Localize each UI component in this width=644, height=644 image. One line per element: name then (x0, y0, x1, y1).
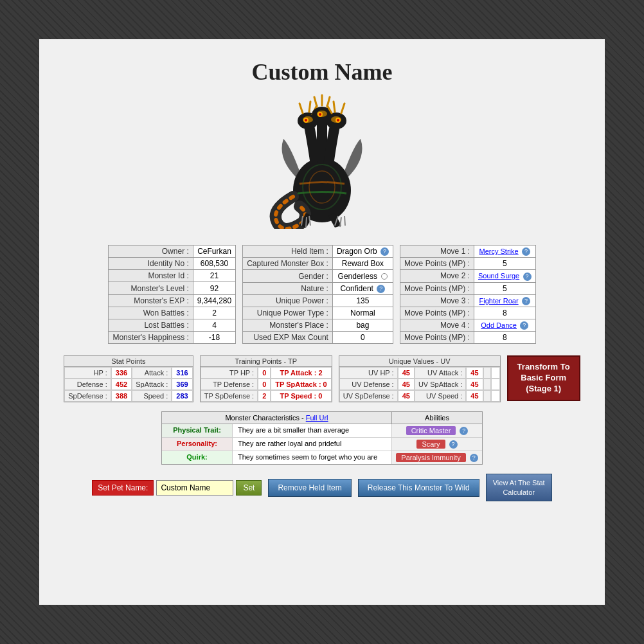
tp-spdefense-label: TP SpDefense : (201, 390, 258, 402)
char-title-row: Monster Characteristics - Full Url Abili… (162, 412, 482, 424)
table-row: Used EXP Max Count 0 (243, 332, 393, 344)
move4-mp-value: 8 (474, 332, 535, 344)
uv-grid: UV HP : 45 UV Attack : 45 UV Defense : 4… (339, 367, 500, 402)
uv-speed-label: UV Speed : (415, 390, 466, 402)
svg-point-4 (305, 119, 307, 121)
personality-desc: They are rather loyal and prideful (233, 438, 392, 451)
transform-line2: Basic Form (521, 373, 566, 382)
svg-point-12 (337, 119, 339, 121)
set-button[interactable]: Set (236, 480, 262, 496)
transform-line3: (Stage 1) (526, 384, 561, 393)
char-title-right: Abilities (392, 412, 482, 424)
uv-speed-value: 45 (466, 390, 483, 402)
stat-calc-line2: Calculator (503, 488, 535, 496)
table-row: Monster's EXP : 9,344,280 (109, 294, 236, 307)
transform-line1: Transform To (517, 362, 570, 371)
identity-label: Identity No : (109, 258, 193, 270)
table-row: Move Points (MP) : 5 (400, 258, 535, 270)
uv-pad (491, 367, 500, 379)
table-row: Unique Power Type : Normal (243, 307, 393, 319)
move2-value: Sound Surge ? (474, 270, 535, 282)
move2-help-icon[interactable]: ? (523, 273, 532, 281)
table-row: Move 1 : Mercy Strike ? (400, 246, 535, 258)
move4-link[interactable]: Odd Dance (481, 321, 517, 329)
stat-points-grid: HP : 336 Attack : 316 Defense : 452 SpAt… (64, 367, 192, 402)
main-card: Custom Name (39, 39, 605, 605)
move2-link[interactable]: Sound Surge (478, 272, 519, 280)
full-url-link[interactable]: Full Url (306, 414, 328, 422)
table-row: Move 4 : Odd Dance ? (400, 319, 535, 331)
nature-value: Confident ? (332, 282, 393, 294)
move1-link[interactable]: Mercy Strike (479, 247, 519, 255)
scary-help-icon[interactable]: ? (449, 440, 458, 449)
happiness-value: -18 (193, 332, 235, 344)
unique-values-box: Unique Values - UV UV HP : 45 UV Attack … (339, 355, 501, 402)
move1-value: Mercy Strike ? (474, 246, 535, 258)
uv-pad3 (491, 379, 500, 390)
monster-image (258, 94, 386, 229)
held-item-label: Held Item : (243, 246, 333, 258)
info-table-middle: Held Item : Dragon Orb ? Captured Monste… (242, 245, 393, 344)
critic-master-badge: Critic Master (406, 426, 456, 435)
table-row: Move 3 : Fighter Roar ? (400, 294, 535, 307)
unique-power-type-value: Normal (332, 307, 393, 319)
personality-label: Personality: (162, 438, 233, 451)
uv-defense-label2 (483, 367, 491, 379)
uv-spattack-value: 45 (466, 379, 483, 390)
hp-label: HP : (64, 367, 111, 379)
move1-label: Move 1 : (400, 246, 474, 258)
nature-help-icon[interactable]: ? (377, 285, 385, 293)
table-row: Monster's Level : 92 (109, 282, 236, 294)
unique-power-type-label: Unique Power Type : (243, 307, 333, 319)
held-item-help-icon[interactable]: ? (380, 247, 389, 256)
happiness-label: Monster's Happiness : (109, 332, 193, 344)
captured-box-value: Reward Box (332, 258, 393, 270)
transform-button[interactable]: Transform To Basic Form (Stage 1) (507, 355, 580, 401)
uv-pad5 (491, 390, 500, 402)
stat-calc-line1: View At The Stat (493, 479, 545, 487)
move4-help-icon[interactable]: ? (520, 321, 528, 330)
defense-value: 452 (111, 379, 132, 390)
quirk-label: Quirk: (162, 451, 233, 464)
speed-label: Speed : (132, 390, 172, 402)
uv-pad4 (483, 390, 491, 402)
move3-help-icon[interactable]: ? (522, 297, 530, 305)
release-monster-button[interactable]: Release This Monster To Wild (358, 479, 479, 497)
table-row: Unique Power : 135 (243, 294, 393, 307)
move3-mp-label: Move Points (MP) : (400, 307, 474, 319)
unique-power-label: Unique Power : (243, 294, 333, 307)
unique-values-title: Unique Values - UV (339, 356, 500, 367)
table-row: Monster's Happiness : -18 (109, 332, 236, 344)
owner-label: Owner : (109, 246, 193, 258)
exp-label: Monster's EXP : (109, 294, 193, 307)
uv-pad2 (483, 379, 491, 390)
move3-mp-value: 8 (474, 307, 535, 319)
tp-hp-value: 0 (258, 367, 271, 379)
move3-link[interactable]: Fighter Roar (479, 297, 519, 305)
critic-master-help-icon[interactable]: ? (460, 427, 468, 435)
attack-value: 316 (172, 367, 192, 379)
won-battles-value: 2 (193, 307, 235, 319)
uv-spattack-label: UV SpAttack : (415, 379, 466, 390)
spdefense-label: SpDefense : (64, 390, 111, 402)
paralysis-help-icon[interactable]: ? (470, 454, 478, 462)
stat-calculator-button[interactable]: View At The Stat Calculator (486, 474, 552, 501)
lost-battles-value: 4 (193, 319, 235, 331)
physical-trait-label: Physical Trait: (162, 424, 233, 437)
remove-held-item-button[interactable]: Remove Held Item (268, 479, 351, 497)
defense-label: Defense : (64, 379, 111, 390)
stat-points-title: Stat Points (64, 356, 192, 367)
uv-hp-value: 45 (398, 367, 415, 379)
exp-max-value: 0 (332, 332, 393, 344)
spdefense-value: 388 (111, 390, 132, 402)
physical-trait-desc: They are a bit smaller than average (233, 424, 392, 437)
uv-defense-value: 45 (398, 379, 415, 390)
pet-name-input[interactable] (156, 480, 233, 496)
quirk-desc: They sometimes seem to forget who you ar… (233, 451, 392, 464)
place-value: bag (332, 319, 393, 332)
monster-id-value: 21 (193, 270, 235, 282)
move1-help-icon[interactable]: ? (522, 247, 530, 256)
tp-spdefense-value: 2 (258, 390, 271, 402)
gender-value: Genderless (332, 270, 393, 282)
gender-radio (381, 273, 388, 280)
